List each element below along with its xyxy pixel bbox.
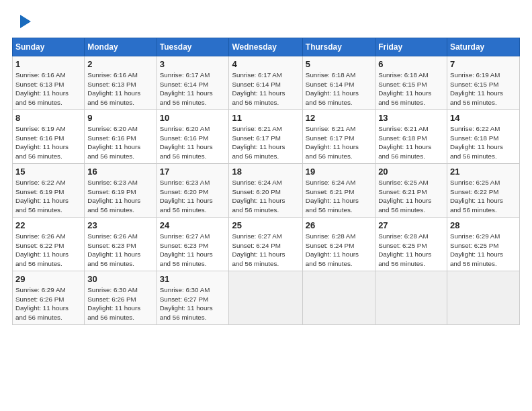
calendar-cell: 3 Sunrise: 6:17 AMSunset: 6:14 PMDayligh… [157, 56, 229, 110]
calendar-cell [375, 271, 447, 325]
day-info: Sunrise: 6:18 AMSunset: 6:15 PMDaylight:… [378, 71, 431, 106]
calendar-cell: 18 Sunrise: 6:24 AMSunset: 6:20 PMDaylig… [229, 164, 302, 218]
day-info: Sunrise: 6:16 AMSunset: 6:13 PMDaylight:… [87, 71, 140, 106]
day-number: 13 [378, 113, 444, 123]
day-info: Sunrise: 6:16 AMSunset: 6:13 PMDaylight:… [15, 71, 69, 106]
day-info: Sunrise: 6:29 AMSunset: 6:26 PMDaylight:… [15, 286, 69, 321]
day-info: Sunrise: 6:21 AMSunset: 6:17 PMDaylight:… [306, 125, 359, 160]
day-info: Sunrise: 6:21 AMSunset: 6:17 PMDaylight:… [232, 125, 285, 160]
day-number: 14 [450, 113, 517, 123]
calendar-cell: 1 Sunrise: 6:16 AMSunset: 6:13 PMDayligh… [13, 56, 85, 110]
calendar-cell: 29 Sunrise: 6:29 AMSunset: 6:26 PMDaylig… [13, 271, 85, 325]
day-number: 4 [232, 59, 299, 69]
day-number: 31 [160, 274, 226, 284]
day-number: 17 [160, 167, 226, 177]
day-number: 18 [232, 167, 299, 177]
calendar-cell: 12 Sunrise: 6:21 AMSunset: 6:17 PMDaylig… [302, 110, 375, 164]
day-info: Sunrise: 6:27 AMSunset: 6:24 PMDaylight:… [232, 232, 285, 267]
day-info: Sunrise: 6:25 AMSunset: 6:21 PMDaylight:… [378, 179, 431, 214]
day-info: Sunrise: 6:24 AMSunset: 6:21 PMDaylight:… [306, 179, 359, 214]
day-number: 22 [15, 220, 81, 230]
calendar: SundayMondayTuesdayWednesdayThursdayFrid… [12, 38, 520, 325]
calendar-cell [302, 271, 375, 325]
calendar-cell: 24 Sunrise: 6:27 AMSunset: 6:23 PMDaylig… [157, 218, 229, 271]
day-number: 28 [450, 220, 517, 230]
day-info: Sunrise: 6:26 AMSunset: 6:22 PMDaylight:… [15, 232, 69, 267]
calendar-cell: 9 Sunrise: 6:20 AMSunset: 6:16 PMDayligh… [85, 110, 157, 164]
day-header-sunday: Sunday [13, 38, 85, 56]
day-header-friday: Friday [375, 38, 447, 56]
day-number: 5 [306, 59, 372, 69]
day-info: Sunrise: 6:18 AMSunset: 6:14 PMDaylight:… [306, 71, 359, 106]
day-number: 2 [87, 59, 153, 69]
day-number: 12 [306, 113, 372, 123]
logo-icon [13, 12, 32, 31]
day-info: Sunrise: 6:19 AMSunset: 6:16 PMDaylight:… [15, 125, 69, 160]
calendar-week-row: 8 Sunrise: 6:19 AMSunset: 6:16 PMDayligh… [13, 110, 520, 164]
day-info: Sunrise: 6:28 AMSunset: 6:25 PMDaylight:… [378, 232, 431, 267]
day-info: Sunrise: 6:30 AMSunset: 6:27 PMDaylight:… [160, 286, 213, 321]
calendar-cell: 16 Sunrise: 6:23 AMSunset: 6:19 PMDaylig… [85, 164, 157, 218]
day-number: 27 [378, 220, 444, 230]
calendar-cell: 25 Sunrise: 6:27 AMSunset: 6:24 PMDaylig… [229, 218, 302, 271]
calendar-cell: 28 Sunrise: 6:29 AMSunset: 6:25 PMDaylig… [447, 218, 519, 271]
day-number: 9 [87, 113, 153, 123]
day-number: 7 [450, 59, 517, 69]
day-number: 24 [160, 220, 226, 230]
calendar-cell [447, 271, 519, 325]
day-header-thursday: Thursday [302, 38, 375, 56]
calendar-week-row: 1 Sunrise: 6:16 AMSunset: 6:13 PMDayligh… [13, 56, 520, 110]
day-number: 20 [378, 167, 444, 177]
day-number: 11 [232, 113, 299, 123]
day-number: 15 [15, 167, 81, 177]
day-info: Sunrise: 6:22 AMSunset: 6:18 PMDaylight:… [450, 125, 503, 160]
day-header-monday: Monday [85, 38, 157, 56]
day-number: 30 [87, 274, 153, 284]
calendar-cell: 30 Sunrise: 6:30 AMSunset: 6:26 PMDaylig… [85, 271, 157, 325]
day-info: Sunrise: 6:17 AMSunset: 6:14 PMDaylight:… [232, 71, 285, 106]
day-number: 3 [160, 59, 226, 69]
day-info: Sunrise: 6:22 AMSunset: 6:19 PMDaylight:… [15, 179, 69, 214]
calendar-cell [229, 271, 302, 325]
calendar-cell: 8 Sunrise: 6:19 AMSunset: 6:16 PMDayligh… [13, 110, 85, 164]
header [12, 12, 520, 31]
svg-marker-0 [20, 15, 31, 28]
day-info: Sunrise: 6:21 AMSunset: 6:18 PMDaylight:… [378, 125, 431, 160]
day-number: 16 [87, 167, 153, 177]
day-info: Sunrise: 6:23 AMSunset: 6:19 PMDaylight:… [87, 179, 140, 214]
day-header-saturday: Saturday [447, 38, 519, 56]
calendar-cell: 5 Sunrise: 6:18 AMSunset: 6:14 PMDayligh… [302, 56, 375, 110]
logo [12, 12, 32, 31]
calendar-cell: 13 Sunrise: 6:21 AMSunset: 6:18 PMDaylig… [375, 110, 447, 164]
day-info: Sunrise: 6:19 AMSunset: 6:15 PMDaylight:… [450, 71, 503, 106]
calendar-cell: 20 Sunrise: 6:25 AMSunset: 6:21 PMDaylig… [375, 164, 447, 218]
day-info: Sunrise: 6:26 AMSunset: 6:23 PMDaylight:… [87, 232, 140, 267]
calendar-cell: 6 Sunrise: 6:18 AMSunset: 6:15 PMDayligh… [375, 56, 447, 110]
day-number: 23 [87, 220, 153, 230]
calendar-week-row: 15 Sunrise: 6:22 AMSunset: 6:19 PMDaylig… [13, 164, 520, 218]
day-number: 10 [160, 113, 226, 123]
day-info: Sunrise: 6:27 AMSunset: 6:23 PMDaylight:… [160, 232, 213, 267]
day-info: Sunrise: 6:29 AMSunset: 6:25 PMDaylight:… [450, 232, 503, 267]
page: SundayMondayTuesdayWednesdayThursdayFrid… [0, 0, 532, 411]
calendar-week-row: 22 Sunrise: 6:26 AMSunset: 6:22 PMDaylig… [13, 218, 520, 271]
calendar-cell: 23 Sunrise: 6:26 AMSunset: 6:23 PMDaylig… [85, 218, 157, 271]
day-header-wednesday: Wednesday [229, 38, 302, 56]
day-number: 25 [232, 220, 299, 230]
day-info: Sunrise: 6:20 AMSunset: 6:16 PMDaylight:… [160, 125, 213, 160]
calendar-cell: 11 Sunrise: 6:21 AMSunset: 6:17 PMDaylig… [229, 110, 302, 164]
day-info: Sunrise: 6:30 AMSunset: 6:26 PMDaylight:… [87, 286, 140, 321]
calendar-cell: 7 Sunrise: 6:19 AMSunset: 6:15 PMDayligh… [447, 56, 519, 110]
day-info: Sunrise: 6:20 AMSunset: 6:16 PMDaylight:… [87, 125, 140, 160]
day-number: 6 [378, 59, 444, 69]
day-info: Sunrise: 6:24 AMSunset: 6:20 PMDaylight:… [232, 179, 285, 214]
calendar-cell: 31 Sunrise: 6:30 AMSunset: 6:27 PMDaylig… [157, 271, 229, 325]
day-number: 19 [306, 167, 372, 177]
calendar-cell: 10 Sunrise: 6:20 AMSunset: 6:16 PMDaylig… [157, 110, 229, 164]
calendar-cell: 4 Sunrise: 6:17 AMSunset: 6:14 PMDayligh… [229, 56, 302, 110]
day-number: 29 [15, 274, 81, 284]
calendar-week-row: 29 Sunrise: 6:29 AMSunset: 6:26 PMDaylig… [13, 271, 520, 325]
day-info: Sunrise: 6:23 AMSunset: 6:20 PMDaylight:… [160, 179, 213, 214]
day-number: 26 [306, 220, 372, 230]
day-header-tuesday: Tuesday [157, 38, 229, 56]
